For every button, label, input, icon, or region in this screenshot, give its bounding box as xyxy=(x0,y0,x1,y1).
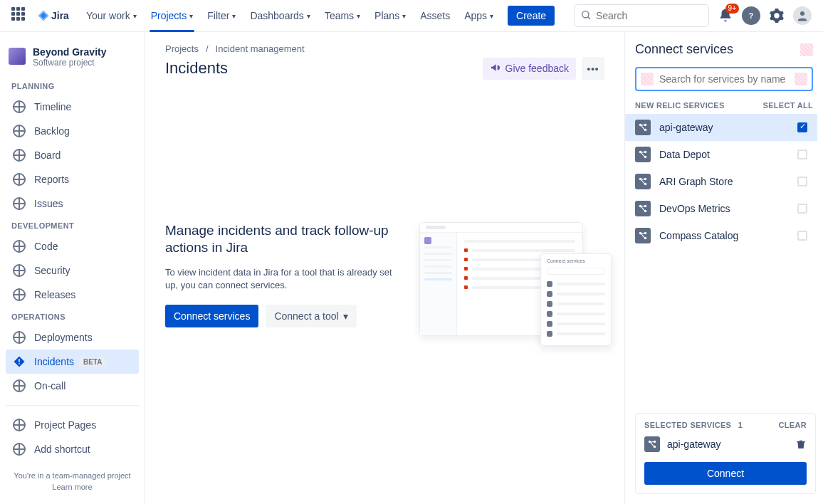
sidebar-item-oncall[interactable]: On-call xyxy=(6,374,139,398)
more-actions-button[interactable]: ••• xyxy=(582,57,604,80)
service-item[interactable]: DevOps Metrics xyxy=(625,195,817,222)
global-search[interactable] xyxy=(574,4,709,27)
breadcrumb-item[interactable]: Projects xyxy=(165,43,199,54)
nav-assets[interactable]: Assets xyxy=(414,4,456,27)
clear-search-icon[interactable] xyxy=(795,73,807,85)
empty-state: Manage incidents and track follow-up act… xyxy=(165,222,604,350)
nav-items: Your work▾ Projects▾ Filter▾ Dashboards▾… xyxy=(80,4,555,27)
selected-count: 1 xyxy=(738,421,743,429)
sidebar-item-board[interactable]: Board xyxy=(6,143,139,167)
globe-icon xyxy=(13,149,26,162)
help-icon[interactable]: ? xyxy=(742,6,760,25)
hero-body: To view incident data in Jira for a tool… xyxy=(165,266,399,292)
create-button[interactable]: Create xyxy=(508,6,555,26)
project-type: Software project xyxy=(33,58,106,68)
sidebar-item-add-shortcut[interactable]: Add shortcut xyxy=(6,437,139,461)
checkbox-icon[interactable] xyxy=(797,231,807,241)
sidebar-item-reports[interactable]: Reports xyxy=(6,167,139,191)
checkbox-icon[interactable] xyxy=(797,177,807,187)
sidebar-item-issues[interactable]: Issues xyxy=(6,191,139,216)
project-name: Beyond Gravity xyxy=(33,46,106,58)
learn-more-link[interactable]: Learn more xyxy=(6,483,139,491)
chevron-down-icon: ▾ xyxy=(133,12,137,20)
connect-services-button[interactable]: Connect services xyxy=(165,305,258,327)
globe-icon xyxy=(13,173,26,186)
search-input[interactable] xyxy=(596,10,703,21)
service-name: ARI Graph Store xyxy=(659,176,789,187)
checkbox-icon[interactable] xyxy=(797,122,807,132)
breadcrumb-item[interactable]: Incident management xyxy=(216,43,305,54)
project-header[interactable]: Beyond Gravity Software project xyxy=(6,41,139,76)
svg-point-3 xyxy=(800,11,804,16)
svg-line-20 xyxy=(641,180,645,184)
svg-line-29 xyxy=(641,233,645,234)
chevron-down-icon: ▾ xyxy=(189,12,193,20)
button-label: Connect a tool xyxy=(274,310,338,322)
sidebar-item-label: On-call xyxy=(34,380,65,392)
service-name: DevOps Metrics xyxy=(659,203,789,214)
service-item[interactable]: api-gateway xyxy=(625,114,817,141)
sidebar-item-project-pages[interactable]: Project Pages xyxy=(6,413,139,437)
service-search-input[interactable] xyxy=(659,73,789,85)
trash-icon[interactable] xyxy=(795,439,807,450)
service-icon xyxy=(635,228,651,243)
service-item[interactable]: Data Depot xyxy=(625,141,817,168)
chevron-down-icon: ▾ xyxy=(402,12,406,20)
connect-tool-button[interactable]: Connect a tool ▾ xyxy=(266,305,356,327)
select-all-button[interactable]: SELECT ALL xyxy=(763,101,813,110)
nav-your-work[interactable]: Your work▾ xyxy=(80,4,142,27)
sidebar-item-timeline[interactable]: Timeline xyxy=(6,95,139,119)
service-search[interactable] xyxy=(635,67,813,91)
chevron-down-icon: ▾ xyxy=(490,12,493,20)
sidebar-item-backlog[interactable]: Backlog xyxy=(6,119,139,143)
sidebar-item-releases[interactable]: Releases xyxy=(6,283,139,307)
clear-button[interactable]: CLEAR xyxy=(779,421,807,429)
sidebar-item-label: Project Pages xyxy=(34,419,96,431)
diamond-alert-icon xyxy=(13,355,26,368)
nav-label: Projects xyxy=(151,10,187,21)
sidebar-item-code[interactable]: Code xyxy=(6,234,139,258)
svg-line-34 xyxy=(651,442,654,443)
sidebar-item-label: Reports xyxy=(34,174,69,185)
nav-apps[interactable]: Apps▾ xyxy=(458,4,499,27)
svg-line-14 xyxy=(641,152,645,153)
checkbox-icon[interactable] xyxy=(797,204,807,214)
service-icon xyxy=(635,201,651,216)
give-feedback-button[interactable]: Give feedback xyxy=(483,58,577,80)
section-planning: PLANNING xyxy=(6,76,139,95)
section-operations: OPERATIONS xyxy=(6,307,139,325)
sidebar-item-incidents[interactable]: Incidents BETA xyxy=(6,350,139,374)
service-item[interactable]: ARI Graph Store xyxy=(625,168,817,195)
avatar[interactable] xyxy=(793,6,812,25)
sidebar-item-deployments[interactable]: Deployments xyxy=(6,325,139,350)
svg-rect-4 xyxy=(19,359,20,362)
services-subheader: NEW RELIC SERVICES SELECT ALL xyxy=(635,101,817,110)
app-switcher-icon[interactable] xyxy=(11,7,28,24)
service-name: Data Depot xyxy=(659,149,789,160)
chevron-down-icon: ▾ xyxy=(307,12,310,20)
nav-dashboards[interactable]: Dashboards▾ xyxy=(244,4,316,27)
svg-line-30 xyxy=(641,234,645,238)
sidebar-item-label: Backlog xyxy=(34,125,70,137)
notification-badge: 9+ xyxy=(725,4,739,14)
notifications-icon[interactable]: 9+ xyxy=(716,6,735,25)
sidebar-item-security[interactable]: Security xyxy=(6,258,139,283)
service-name: api-gateway xyxy=(659,122,789,133)
jira-logo[interactable]: Jira xyxy=(37,9,69,22)
settings-icon[interactable] xyxy=(767,6,786,25)
close-icon[interactable] xyxy=(800,43,813,56)
nav-teams[interactable]: Teams▾ xyxy=(319,4,366,27)
service-item[interactable]: Compass Catalog xyxy=(625,222,817,249)
connect-button[interactable]: Connect xyxy=(644,462,807,485)
sidebar-item-label: Releases xyxy=(34,289,75,300)
nav-plans[interactable]: Plans▾ xyxy=(369,4,412,27)
nav-projects[interactable]: Projects▾ xyxy=(145,4,199,27)
breadcrumb: Projects / Incident management xyxy=(165,43,604,54)
jira-icon xyxy=(37,9,50,22)
globe-icon xyxy=(13,264,26,277)
service-icon xyxy=(635,174,651,189)
sidebar-item-label: Code xyxy=(34,241,58,252)
top-right-icons: 9+ ? xyxy=(716,6,812,25)
nav-filter[interactable]: Filter▾ xyxy=(201,4,241,27)
checkbox-icon[interactable] xyxy=(797,149,807,159)
